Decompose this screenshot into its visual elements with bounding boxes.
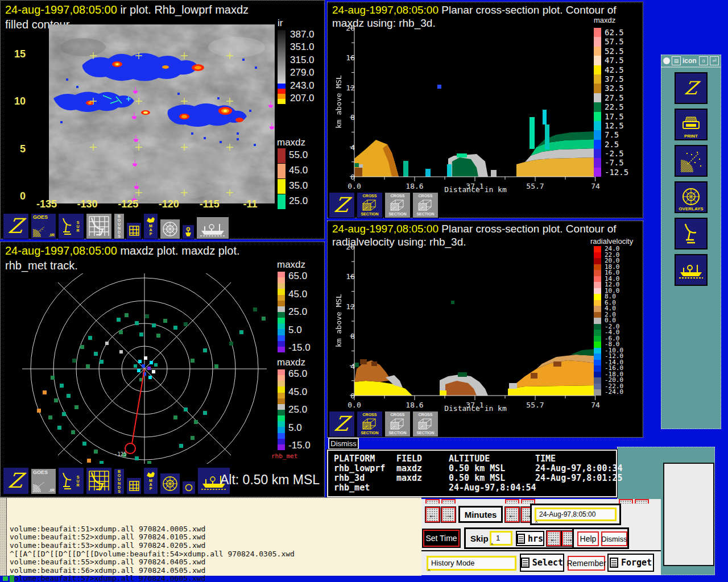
print-button[interactable]: PRINT [675,109,708,140]
iconify-button[interactable]: o [699,56,708,65]
clipped-button-fragment[interactable] [505,499,519,504]
clipped-button-fragment[interactable] [425,499,440,504]
resize-button[interactable]: ⏎ [710,56,719,65]
grid-overlay-button[interactable] [126,477,142,494]
xs2-button-row: Z CROSS SECTION CROSS SECTION CROSS SECT… [329,411,439,437]
window-menu-circle-icon[interactable] [663,57,670,64]
xs1-title: 24-aug-1997,08:05:00 Planar cross-sectio… [332,4,617,16]
colorbar-swatch [278,194,286,209]
terminal-scrollbar[interactable] [0,498,7,576]
colorbar-segment [278,341,285,347]
buoy-icon [184,227,192,237]
history-mode-field[interactable]: History Mode [427,556,516,571]
circle-marker-button[interactable] [182,481,196,494]
zeb-logo-button[interactable]: Z [675,72,708,104]
cross-section-button[interactable]: CROSS SECTION [412,411,439,437]
surveillance-radar-button[interactable]: SUR [58,213,84,239]
ship-button[interactable] [675,254,708,286]
colorbar-value: 65.0 [288,271,311,282]
satellite-ir-panel: 24-aug-1997,08:05:00 ir plot. Rhb_lowprf… [0,0,325,239]
sat-panel-title: 24-aug-1997,08:05:00 ir plot. Rhb_lowprf… [5,3,249,16]
control-dismiss-button[interactable]: Dismiss [601,531,627,546]
terminal-line: volume:beaufait:56>xdump.all 970824.0505… [10,567,295,575]
skip-units-menu-button[interactable]: hrs [516,531,544,546]
colorbar-swatch [594,93,601,102]
ship-track-button[interactable] [196,217,229,239]
grid-overlay-button[interactable] [126,222,142,239]
surveillance-radar-button[interactable]: SUR [58,467,84,494]
minutes-decrement-button-2[interactable]: ← [505,507,519,522]
minutes-label: Minutes [458,506,503,523]
cross-section-button[interactable]: CROSS SECTION [384,192,411,218]
satellite-dish-icon [33,481,46,492]
xs2-x-tick: 74 [585,401,606,409]
zeb-logo-button[interactable]: Z [3,467,29,494]
z-glyph: Z [7,471,24,491]
cross-section-button-active[interactable]: CROSS SECTION [357,411,383,437]
ir-gradient [278,30,286,84]
zeb-logo-button[interactable]: Z [3,213,29,239]
radar-grid-button[interactable] [86,213,112,239]
clipped-button-fragment[interactable] [635,499,649,504]
sat-title-text: ir plot. Rhb_lowprf maxdz [120,3,249,16]
radar-grid-button[interactable] [86,467,112,494]
window-menu-icon[interactable]: ▤ [672,56,681,65]
remember-button[interactable]: Remember [568,556,605,571]
xterm-window[interactable]: volume:beaufait:51>xdump.all 970824.0005… [0,497,421,576]
overlays-button[interactable]: OVERLAYS [675,181,708,213]
select-menu-button[interactable]: Select [520,554,564,572]
time-control-window: ← → Minutes ← → 24-Aug-97,8:05:00 ^ Set … [420,499,661,575]
cross-section-button[interactable]: CROSS SECTION [412,192,439,218]
goes-ir-layer-button[interactable]: GOES .IR [31,213,56,239]
colorbar-swatch [278,179,286,194]
range-rings-button[interactable] [160,473,180,494]
skip-decrement-button[interactable]: ← [547,531,561,546]
colorbar-value: 22.5 [601,102,624,111]
time-input[interactable]: 24-Aug-97,8:05:00 [535,508,617,521]
radar-button[interactable] [675,218,708,250]
map-overlay-button[interactable]: MAP [143,213,158,239]
ppi-colorbar1 [278,272,285,352]
satellite-button[interactable] [675,145,708,177]
xs2-title-text: Planar cross-section plot. Contour of [441,223,616,235]
bounds-button[interactable]: BOUNDS [114,213,125,239]
zeb-logo-button[interactable]: Z [329,411,355,437]
set-time-button[interactable]: Set Time [423,530,460,547]
xsection-dismiss-button[interactable]: Dismiss [328,438,359,450]
bounds-button[interactable]: BOUNDS [114,468,125,494]
clipped-button-fragment[interactable] [619,499,633,504]
xs2-plot-canvas[interactable] [349,247,595,401]
xs1-plot-canvas[interactable] [349,28,595,182]
clipped-button-fragment[interactable] [441,499,456,504]
clipped-button-fragment[interactable] [521,499,535,504]
range-rings-button[interactable] [160,219,180,239]
minutes-increment-button[interactable]: → [441,507,456,522]
forget-menu-button[interactable]: Forget [607,554,654,572]
grid-icon [129,481,139,491]
icon-window-titlebar[interactable]: ▤ icon o ⏎ [661,55,721,67]
ppi-radar-plot-canvas[interactable] [3,273,272,464]
colorbar-swatch [594,121,601,130]
sat-y-axis: 151050 [6,48,26,203]
left-arrow-icon: ← [428,510,437,519]
xs2-y-tick: 4 [341,362,355,370]
satellite-ir-plot-canvas[interactable] [49,24,275,203]
ppi-timestamp: 24-aug-1997,08:05:00 [5,244,117,257]
xs1-y-tick: 4 [341,143,355,151]
circle-icon [185,484,193,492]
map-overlay-button[interactable]: MAP [143,467,158,494]
buoy-button[interactable] [182,225,195,239]
minutes-decrement-button[interactable]: ← [425,507,440,522]
cross-section-button[interactable]: CROSS SECTION [384,411,411,437]
colorbar-segment [278,444,285,450]
zeb-logo-button[interactable]: Z [329,192,355,218]
cross-section-button-active[interactable]: CROSS SECTION [357,192,383,218]
goes-ir-layer-button[interactable]: GOES .IR [31,468,56,494]
colorbar-value: 45.0 [286,164,308,178]
colorbar-swatch [594,312,601,318]
help-button[interactable]: Help [577,531,599,546]
colorbar-value: 17.5 [601,112,624,121]
xs1-colorbar-label: maxdz [594,16,615,24]
bounds-label: BOUNDS [117,469,122,493]
cross-label: CROSS [391,413,405,417]
